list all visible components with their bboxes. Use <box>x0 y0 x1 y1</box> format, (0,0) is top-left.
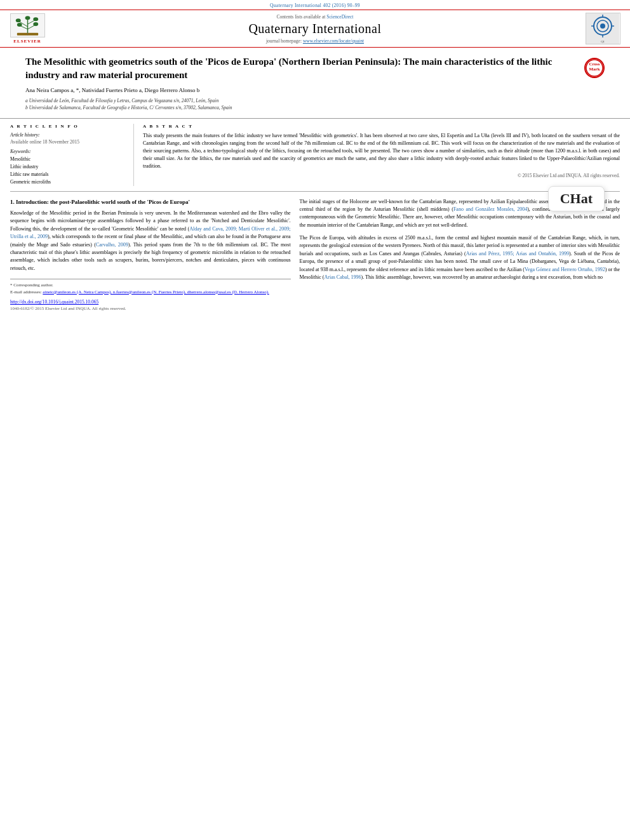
svg-text:Mark: Mark <box>589 67 600 72</box>
journal-name: Quaternary International <box>55 22 575 36</box>
homepage-link[interactable]: www.elsevier.com/locate/quaint <box>303 38 364 44</box>
abstract-text: This study presents the main features of… <box>143 132 620 170</box>
crossmark-icon: Cross Mark <box>584 58 605 78</box>
main-right-col: The initial stages of the Holocene are w… <box>300 198 620 312</box>
article-info-col: A R T I C L E I N F O Article history: A… <box>10 124 134 186</box>
doi-line: http://dx.doi.org/10.1016/j.quaint.2015.… <box>10 299 291 305</box>
keyword-item: Lithic industry <box>10 163 127 171</box>
corresponding-author-note: * Corresponding author. <box>10 282 291 289</box>
svg-text:Cross: Cross <box>589 62 600 67</box>
ref-alday[interactable]: Alday and Cava, 2009; Martí Oliver et al… <box>10 226 291 239</box>
main-content: 1. Introduction: the post-Palaeolithic w… <box>0 192 630 318</box>
article-history-value: Available online 18 November 2015 <box>10 139 127 145</box>
journal-right-logo: QI <box>580 13 625 44</box>
homepage-line: journal homepage: www.elsevier.com/locat… <box>55 38 575 44</box>
abstract-label: A B S T R A C T <box>143 124 620 129</box>
abstract-col: A B S T R A C T This study presents the … <box>143 124 620 186</box>
keywords-label: Keywords: <box>10 149 127 154</box>
elsevier-label: ELSEVIER <box>13 39 41 44</box>
svg-text:QI: QI <box>601 40 605 43</box>
elsevier-logo-image <box>10 13 45 37</box>
section1-heading: 1. Introduction: the post-Palaeolithic w… <box>10 198 291 206</box>
ref-arias2[interactable]: Arias Cabal, 1996 <box>324 274 361 280</box>
svg-point-7 <box>15 18 20 22</box>
authors-line: Ana Neira Campos a, *, Natividad Fuertes… <box>25 87 605 93</box>
email-link[interactable]: aineic@unileon.es (A. Neira Campos), n.f… <box>43 290 269 295</box>
sciencedirect-link[interactable]: ScienceDirect <box>326 14 353 20</box>
main-left-col: 1. Introduction: the post-Palaeolithic w… <box>10 198 291 312</box>
svg-point-8 <box>33 17 38 21</box>
footer-copyright: 1040-6182/© 2015 Elsevier Ltd and INQUA.… <box>10 306 291 311</box>
abstract-copyright: © 2015 Elsevier Ltd and INQUA. All right… <box>143 173 620 178</box>
ref-arias1[interactable]: Arias and Pérez, 1995; Arias and Ontañón… <box>466 251 569 257</box>
section1-paragraph1: Knowledge of the Mesolithic period in th… <box>10 210 291 272</box>
crossmark-logo: Cross Mark <box>584 58 605 78</box>
svg-point-9 <box>17 23 22 27</box>
ref-carvalho[interactable]: Carvalho, 2009 <box>96 242 128 248</box>
article-info-label: A R T I C L E I N F O <box>10 124 127 129</box>
chat-overlay[interactable]: CHat <box>548 186 605 211</box>
svg-point-6 <box>25 16 30 20</box>
svg-point-16 <box>600 23 605 29</box>
email-footnote: E-mail addresses: aineic@unileon.es (A. … <box>10 289 291 296</box>
svg-point-10 <box>33 22 38 26</box>
contents-line: Contents lists available at ScienceDirec… <box>55 14 575 20</box>
ref-vega[interactable]: Vega Gómez and Herrero Ortuño, 1992 <box>525 267 605 272</box>
elsevier-logo-area: ELSEVIER <box>5 13 50 44</box>
article-title-section: Cross Mark The Mesolithic with geometric… <box>0 48 630 119</box>
keyword-item: Geometric microliths <box>10 178 127 186</box>
journal-title-block: Contents lists available at ScienceDirec… <box>55 14 575 44</box>
article-title: The Mesolithic with geometrics south of … <box>25 55 605 82</box>
article-info-abstract: A R T I C L E I N F O Article history: A… <box>0 119 630 191</box>
journal-header: ELSEVIER Contents lists available at Sci… <box>0 10 630 48</box>
doi-link[interactable]: http://dx.doi.org/10.1016/j.quaint.2015.… <box>10 299 98 305</box>
keyword-item: Mesolithic <box>10 156 127 163</box>
qi-logo-image: QI <box>586 13 620 44</box>
keyword-item: Lithic raw materials <box>10 171 127 178</box>
keywords-list: MesolithicLithic industryLithic raw mate… <box>10 156 127 186</box>
section1-right-paragraph2: The Picos de Europa, with altitudes in e… <box>300 234 620 281</box>
journal-citation: Quaternary International 402 (2016) 90–9… <box>0 0 630 10</box>
affiliation-a: a Universidad de León, Facultad de Filos… <box>25 97 605 112</box>
article-history-label: Article history: <box>10 132 127 138</box>
ref-fano[interactable]: Fano and González Morales, 2004 <box>453 206 527 212</box>
footnote-area: * Corresponding author. E-mail addresses… <box>10 279 291 295</box>
